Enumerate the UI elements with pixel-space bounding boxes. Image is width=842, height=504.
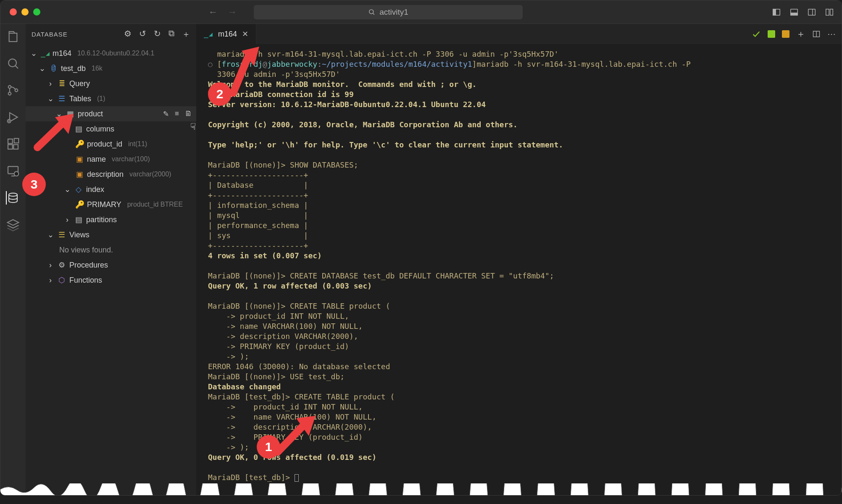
more-icon[interactable]: ⋯ bbox=[827, 29, 836, 39]
status-orange-icon[interactable] bbox=[782, 30, 789, 38]
partitions-icon: ▤ bbox=[74, 215, 83, 224]
svg-point-23 bbox=[14, 171, 19, 176]
procedures-node[interactable]: › ⚙ Procedures bbox=[26, 257, 196, 273]
svg-rect-3 bbox=[773, 9, 776, 15]
chevron-down-icon: ⌄ bbox=[63, 185, 71, 194]
chevron-right-icon: › bbox=[47, 261, 54, 270]
no-views-row: No views found. bbox=[26, 242, 196, 257]
maximize-window-button[interactable] bbox=[33, 8, 40, 16]
svg-line-1 bbox=[373, 13, 374, 15]
collapse-all-icon[interactable]: ⧉ bbox=[168, 29, 174, 40]
svg-rect-18 bbox=[8, 139, 13, 144]
index-icon: ◇ bbox=[74, 185, 83, 194]
chevron-down-icon: ⌄ bbox=[47, 230, 54, 239]
layers-icon[interactable] bbox=[6, 218, 20, 231]
database-nav-icon[interactable] bbox=[6, 191, 19, 205]
svg-rect-19 bbox=[8, 144, 13, 149]
svg-point-11 bbox=[8, 59, 16, 67]
check-icon[interactable] bbox=[752, 29, 761, 39]
window-controls bbox=[5, 8, 40, 16]
database-icon: 🛢 bbox=[49, 64, 58, 73]
panel-bottom-icon[interactable] bbox=[789, 8, 799, 17]
file-icon[interactable]: 🗎 bbox=[185, 110, 192, 118]
chevron-right-icon: › bbox=[47, 276, 54, 285]
svg-line-33 bbox=[278, 425, 304, 452]
svg-point-14 bbox=[8, 92, 11, 95]
history-icon[interactable]: ↺ bbox=[139, 29, 146, 40]
search-nav-icon[interactable] bbox=[6, 57, 20, 70]
layout-customize-icon[interactable] bbox=[825, 8, 834, 17]
add-connection-icon[interactable]: ＋ bbox=[182, 29, 190, 40]
query-node[interactable]: › ≣ Query bbox=[26, 76, 196, 91]
run-debug-icon[interactable] bbox=[6, 110, 20, 124]
svg-rect-5 bbox=[791, 13, 798, 15]
nav-back-button[interactable]: ← bbox=[208, 7, 218, 18]
svg-rect-6 bbox=[808, 9, 816, 15]
tables-icon: ☰ bbox=[58, 94, 66, 103]
command-center-search[interactable]: activity1 bbox=[254, 5, 523, 19]
annotation-callout-2: 2 bbox=[208, 82, 232, 106]
remote-explorer-icon[interactable] bbox=[6, 164, 20, 178]
split-editor-icon[interactable] bbox=[812, 30, 821, 38]
connection-node[interactable]: ⌄ ⎯◢ m164 10.6.12-0ubuntu0.22.04.1 bbox=[26, 46, 196, 61]
svg-rect-20 bbox=[13, 144, 18, 149]
svg-point-24 bbox=[9, 193, 17, 197]
extensions-icon[interactable] bbox=[6, 137, 20, 151]
tab-m164[interactable]: ⎯◢ m164 ✕ bbox=[196, 24, 256, 44]
torn-edge-graphic bbox=[0, 483, 842, 495]
chevron-down-icon: ⌄ bbox=[30, 49, 37, 58]
list-icon[interactable]: ≡ bbox=[175, 110, 179, 118]
gear-icon: ⚙ bbox=[58, 260, 66, 270]
column-row[interactable]: ▣ name varchar(100) bbox=[26, 152, 196, 167]
column-row[interactable]: ▣ description varchar(2000) bbox=[26, 167, 196, 182]
svg-point-0 bbox=[369, 10, 374, 14]
key-icon: 🔑 bbox=[75, 139, 84, 149]
panel-left-icon[interactable] bbox=[772, 8, 781, 17]
search-placeholder: activity1 bbox=[379, 8, 408, 17]
status-green-icon[interactable] bbox=[768, 30, 775, 38]
index-node[interactable]: ⌄ ◇ index bbox=[26, 182, 196, 197]
nav-forward-button[interactable]: → bbox=[228, 7, 237, 18]
svg-rect-9 bbox=[830, 9, 833, 15]
svg-point-13 bbox=[8, 86, 11, 89]
views-node[interactable]: ⌄ ☰ Views bbox=[26, 227, 196, 242]
edit-icon[interactable]: ✎ bbox=[163, 110, 169, 118]
svg-rect-21 bbox=[14, 139, 19, 143]
refresh-icon[interactable]: ↻ bbox=[154, 29, 161, 40]
column-icon: ▣ bbox=[75, 170, 84, 179]
svg-line-31 bbox=[37, 123, 63, 147]
add-tab-icon[interactable]: ＋ bbox=[796, 28, 805, 40]
svg-rect-10 bbox=[9, 33, 17, 42]
close-tab-icon[interactable]: ✕ bbox=[242, 29, 248, 39]
functions-node[interactable]: › ⬡ Functions bbox=[26, 273, 196, 288]
svg-line-29 bbox=[233, 54, 249, 93]
annotation-arrow-3 bbox=[30, 114, 76, 152]
annotation-callout-3: 3 bbox=[22, 173, 46, 196]
chevron-down-icon: ⌄ bbox=[47, 94, 54, 103]
svg-point-15 bbox=[15, 89, 18, 92]
index-row[interactable]: 🔑 PRIMARY product_id BTREE bbox=[26, 197, 196, 212]
minimize-window-button[interactable] bbox=[21, 8, 29, 16]
mouse-pointer-icon: ☟ bbox=[190, 121, 196, 132]
tables-node[interactable]: ⌄ ☰ Tables (1) bbox=[26, 91, 196, 106]
source-control-icon[interactable] bbox=[6, 84, 20, 97]
chevron-right-icon: › bbox=[47, 79, 54, 88]
chevron-right-icon: › bbox=[63, 215, 71, 224]
partitions-node[interactable]: › ▤ partitions bbox=[26, 212, 196, 227]
close-window-button[interactable] bbox=[10, 8, 17, 16]
database-node[interactable]: ⌄ 🛢 test_db 16k bbox=[26, 61, 196, 76]
sidebar: DATABASE ⚙ ↺ ↻ ⧉ ＋ ⌄ ⎯◢ m164 10.6.12-0ub… bbox=[26, 24, 196, 495]
cube-icon: ⬡ bbox=[58, 276, 66, 285]
connection-tab-icon: ⎯◢ bbox=[204, 30, 213, 39]
search-icon bbox=[368, 8, 375, 16]
query-icon: ≣ bbox=[58, 79, 66, 88]
panel-right-icon[interactable] bbox=[807, 8, 816, 17]
column-icon: ▣ bbox=[75, 155, 84, 164]
svg-line-12 bbox=[15, 66, 18, 68]
titlebar: ← → activity1 bbox=[0, 0, 842, 24]
settings-icon[interactable]: ⚙ bbox=[124, 29, 132, 40]
sidebar-title: DATABASE bbox=[32, 31, 68, 38]
views-icon: ☰ bbox=[58, 230, 66, 239]
chevron-down-icon: ⌄ bbox=[38, 64, 46, 73]
explorer-icon[interactable] bbox=[6, 30, 20, 43]
